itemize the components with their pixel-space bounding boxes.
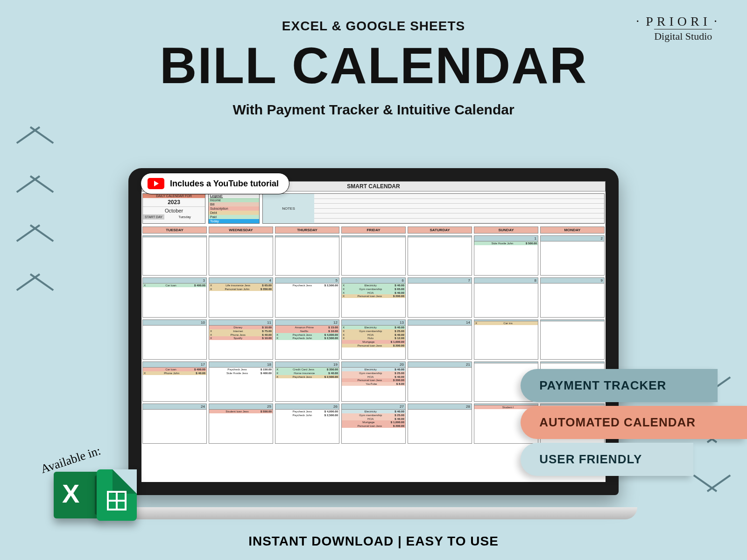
day-cell[interactable]: 26Paycheck Jess$ 4,000.00Paycheck John$ … — [275, 404, 339, 444]
google-sheets-icon — [97, 469, 137, 521]
bill-entry: XInternet$ 75.00 — [209, 329, 273, 333]
bill-entry: HOA$ 40.00 — [342, 375, 405, 379]
bill-entry: Personal loan Jess$ 200.00 — [342, 344, 405, 347]
day-header: SUNDAY — [474, 227, 538, 234]
laptop-base — [110, 507, 637, 519]
tutorial-label: Includes a YouTube tutorial — [170, 179, 279, 189]
bill-entry: XHOA$ 40.00 — [342, 291, 405, 295]
page-title: BILL CALENDAR — [0, 38, 747, 92]
day-header: TUESDAY — [142, 227, 207, 234]
bill-entry: XSpotify$ 10.00 — [209, 336, 273, 340]
bill-entry: Mortgage$ 1,000.00 — [342, 420, 405, 424]
day-number: 3 — [143, 278, 206, 284]
day-cell[interactable]: 19XCredit Card Jess$ 350.00XHome insuran… — [275, 362, 339, 402]
day-number: 26 — [275, 404, 339, 410]
day-cell[interactable]: 12Amazon Prime$ 15.00Netflix$ 10.00XPayc… — [275, 319, 339, 360]
day-header: FRIDAY — [341, 227, 406, 234]
day-cell[interactable]: 28 — [408, 404, 472, 444]
day-cell[interactable]: 3XCar loan$ 400.00 — [142, 277, 207, 318]
day-number: 6 — [342, 278, 405, 284]
bill-entry: Paycheck Jess$ 2,500.00 — [275, 284, 339, 287]
day-number: 10 — [143, 320, 206, 326]
bill-entry: XCar ins — [474, 321, 538, 325]
bill-entry: Student loan Jess$ 550.00 — [209, 410, 273, 413]
day-header: WEDNESDAY — [209, 227, 273, 234]
day-number: 14 — [408, 320, 472, 326]
bill-entry: Side Hustle Jess$ 400.00 — [209, 371, 273, 375]
bill-entry: XPhone John$ 40.00 — [143, 371, 206, 375]
day-cell[interactable]: 6XElectricity$ 40.00XGym membership$ 65.… — [341, 277, 406, 318]
brand-name: PRIORI — [633, 14, 724, 29]
day-cell[interactable]: 17Car loan$ 400.00XPhone John$ 40.00 — [142, 362, 207, 402]
footer-text: INSTANT DOWNLOAD | EASY TO USE — [0, 534, 747, 549]
bill-entry: Personal loan Jess$ 200.00 — [342, 424, 405, 428]
date-selector[interactable]: DAILY CALENDAR FOR 2023 October START DA… — [142, 193, 205, 224]
pill-automated-calendar: AUTOMATED CALENDAR — [521, 406, 747, 439]
bill-entry: XElectricity$ 40.00 — [342, 284, 405, 287]
day-cell[interactable]: 9 — [540, 277, 605, 318]
day-cell[interactable]: 18Paycheck Jess$ 150.00Side Hustle Jess$… — [209, 362, 273, 402]
day-number: 2 — [541, 236, 604, 241]
day-cell[interactable]: 27Electricity$ 40.00Gym membership$ 25.0… — [341, 404, 406, 444]
day-cell[interactable]: 20Electricity$ 40.00Gym membership$ 25.0… — [341, 362, 406, 402]
bill-entry: XCar loan$ 400.00 — [143, 284, 206, 287]
bill-entry: XGym membership$ 65.00 — [342, 287, 405, 291]
day-cell[interactable]: XCar ins — [474, 319, 538, 360]
pill-payment-tracker: PAYMENT TRACKER — [521, 369, 718, 402]
day-cell[interactable]: 4XLife insurance Jess$ 65.00XPersonal lo… — [209, 277, 273, 318]
day-cell[interactable] — [540, 319, 605, 360]
day-cell[interactable] — [209, 235, 273, 276]
day-number: 25 — [209, 404, 273, 410]
bill-entry: Gym membership$ 25.00 — [342, 371, 405, 375]
day-cell[interactable] — [275, 235, 339, 276]
bill-entry: Side Hustle John$ 500.00 — [474, 241, 538, 245]
bill-entry: XGym membership$ 25.00 — [342, 329, 405, 333]
day-cell[interactable]: 10 — [142, 319, 207, 360]
bill-entry: XPersonal loan John$ 350.00 — [209, 287, 273, 291]
day-number: 28 — [408, 404, 472, 410]
bill-entry: XPersonal loan Jess$ 200.00 — [342, 294, 405, 298]
bill-entry: Electricity$ 40.00 — [342, 410, 405, 413]
day-cell[interactable] — [341, 235, 406, 276]
day-cell[interactable]: 2 — [540, 235, 605, 276]
day-cell[interactable]: 24 — [142, 404, 207, 444]
day-cell[interactable]: 11Disney$ 10.00XInternet$ 75.00XPhone Je… — [209, 319, 273, 360]
bill-entry: XPhone Jess$ 40.00 — [209, 333, 273, 337]
excel-icon — [54, 472, 100, 518]
day-cell[interactable]: 14 — [408, 319, 472, 360]
bill-entry: Mortgage$ 1,000.00 — [342, 340, 405, 344]
day-number: 19 — [275, 362, 339, 368]
day-cell[interactable]: 8 — [474, 277, 538, 318]
day-cell[interactable]: 5Paycheck Jess$ 2,500.00 — [275, 277, 339, 318]
day-cell[interactable]: 1Side Hustle John$ 500.00 — [474, 235, 538, 276]
brand-logo: PRIORI Digital Studio — [633, 14, 724, 43]
day-number: 8 — [474, 278, 538, 284]
day-header: THURSDAY — [275, 227, 339, 234]
bill-entry: XHome insurance$ 40.00 — [275, 371, 339, 375]
day-number: 4 — [209, 278, 273, 284]
bill-entry: Gym membership$ 25.00 — [342, 413, 405, 417]
bill-entry: XPaycheck Jess$ 4,000.00 — [275, 333, 339, 337]
bill-entry: Paycheck John$ 2,500.00 — [275, 413, 339, 417]
tutorial-badge[interactable]: Includes a YouTube tutorial — [141, 173, 289, 194]
day-number: 27 — [342, 404, 405, 410]
bill-entry: XPaycheck John$ 2,500.00 — [275, 336, 339, 340]
youtube-icon — [148, 178, 164, 189]
bill-entry: Disney$ 10.00 — [209, 326, 273, 329]
day-cell[interactable] — [408, 235, 472, 276]
day-number: 5 — [275, 278, 339, 284]
day-cell[interactable]: 13XElectricity$ 40.00XGym membership$ 25… — [341, 319, 406, 360]
day-cell[interactable]: 25Student loan Jess$ 550.00 — [209, 404, 273, 444]
bill-entry: Paycheck Jess$ 150.00 — [209, 368, 273, 371]
day-cell[interactable]: 21 — [408, 362, 472, 402]
day-cell[interactable] — [142, 235, 207, 276]
bill-entry: XCredit Card Jess$ 350.00 — [275, 368, 339, 371]
bill-entry: XLife insurance Jess$ 65.00 — [209, 284, 273, 287]
notes-box[interactable]: NOTES — [262, 193, 605, 224]
day-number: 11 — [209, 320, 273, 326]
day-header: MONDAY — [540, 227, 605, 234]
chevron-decor-left — [12, 126, 58, 322]
day-cell[interactable]: 7 — [408, 277, 472, 318]
bill-entry: Amazon Prime$ 15.00 — [275, 326, 339, 329]
bill-entry: XElectricity$ 40.00 — [342, 326, 405, 329]
